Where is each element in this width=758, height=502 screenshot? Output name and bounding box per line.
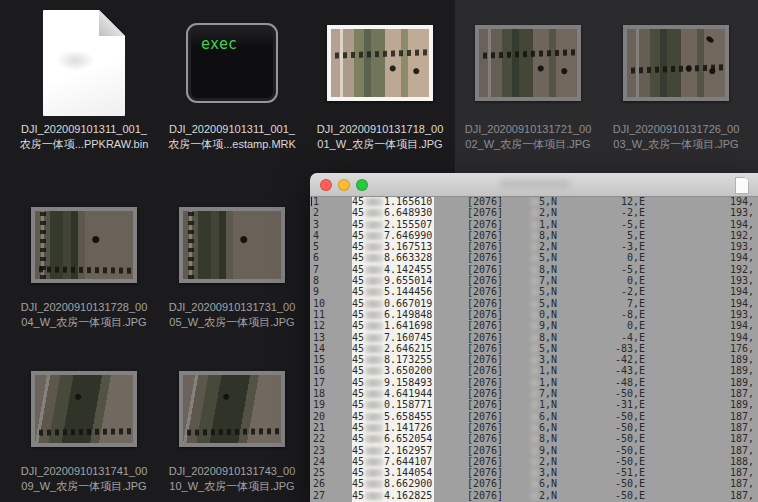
east-offset: -43,E [557, 365, 645, 376]
close-button[interactable] [320, 179, 332, 191]
file-timestamp-mrk[interactable]: execDJI_202009101311_001_农房一体项...estamp.… [157, 6, 307, 152]
gps-time-value: 1.165610 [384, 196, 432, 207]
line-number: 24 [310, 456, 352, 467]
gps-time-prefix: 45 [352, 286, 364, 297]
epoch-bracket: [2076] [434, 354, 503, 365]
north-offset: 1,N [503, 399, 557, 410]
line-number: 12 [310, 320, 352, 331]
file-jpg-0001[interactable]: DJI_20200910131718_0001_W_农房一体项目.JPG [305, 6, 455, 152]
table-row: 15458.173255[2076]3,N-42,E189, [310, 354, 758, 365]
epoch-bracket: [2076] [434, 399, 503, 410]
filename-label[interactable]: DJI_20200910131721_0002_W_农房一体项目.JPG [453, 122, 603, 152]
filename-line: DJI_20200910131728_00 [9, 300, 159, 315]
text-content[interactable]: 1451.165610[2076]5,N12,E194,2456.648930[… [310, 196, 758, 502]
file-ppkraw-bin[interactable]: DJI_202009101311_001_农房一体项...PPKRAW.bin [9, 6, 159, 152]
redacted-blur [365, 480, 383, 488]
filename-label[interactable]: DJI_20200910131741_0009_W_农房一体项目.JPG [9, 464, 159, 494]
filename-label[interactable]: DJI_20200910131731_0005_W_农房一体项目.JPG [157, 300, 307, 330]
redacted-blur [365, 266, 383, 274]
north-offset: 3,N [503, 467, 557, 478]
gps-time-prefix: 45 [352, 354, 364, 365]
filename-label[interactable]: DJI_20200910131743_0010_W_农房一体项目.JPG [157, 464, 307, 494]
gps-time-prefix: 45 [352, 332, 364, 343]
redacted-blur [365, 458, 383, 466]
line-number: 1 [310, 196, 352, 207]
north-offset: 2,N [503, 490, 557, 501]
epoch-bracket: [2076] [434, 478, 503, 489]
file-jpg-0010[interactable]: DJI_20200910131743_0010_W_农房一体项目.JPG [157, 356, 307, 494]
redacted-blur [531, 469, 538, 477]
redacted-blur [365, 413, 383, 421]
north-offset-value: 8,N [539, 230, 557, 241]
table-row: 10450.667019[2076]5,N7,E194, [310, 298, 758, 309]
filename-label[interactable]: DJI_202009101311_001_农房一体项...estamp.MRK [157, 122, 307, 152]
line-number: 18 [310, 388, 352, 399]
gps-time-prefix: 45 [352, 467, 364, 478]
filename-line: DJI_20200910131743_00 [157, 464, 307, 479]
redacted-blur [531, 379, 538, 387]
mrk-text-window[interactable]: 1451.165610[2076]5,N12,E194,2456.648930[… [310, 173, 758, 502]
gps-time-prefix: 45 [352, 365, 364, 376]
filename-line: 03_W_农房一体项目.JPG [601, 137, 751, 152]
gps-time: 453.167513 [352, 241, 434, 252]
zoom-button[interactable] [356, 179, 368, 191]
file-jpg-0009[interactable]: DJI_20200910131741_0009_W_农房一体项目.JPG [9, 356, 159, 494]
epoch-bracket: [2076] [434, 264, 503, 275]
redacted-blur [531, 424, 538, 432]
file-jpg-0004[interactable]: DJI_20200910131728_0004_W_农房一体项目.JPG [9, 192, 159, 330]
epoch-bracket: [2076] [434, 196, 503, 207]
gps-time-prefix: 45 [352, 241, 364, 252]
table-row: 24457.644107[2076]2,N-50,E188, [310, 456, 758, 467]
altitude-value: 194, [645, 332, 754, 343]
thumbnail-image [183, 211, 281, 279]
table-row: 20455.658455[2076]6,N-50,E187, [310, 411, 758, 422]
filename-label[interactable]: DJI_20200910131726_0003_W_农房一体项目.JPG [601, 122, 751, 152]
gps-time-prefix: 45 [352, 478, 364, 489]
photo-thumbnail [623, 25, 729, 101]
east-offset: -50,E [557, 445, 645, 456]
north-offset-value: 5,N [539, 298, 557, 309]
north-offset-value: 9,N [539, 320, 557, 331]
north-offset-value: 3,N [539, 467, 557, 478]
north-offset: 7,N [503, 275, 557, 286]
east-offset: 0,E [557, 252, 645, 263]
epoch-bracket: [2076] [434, 230, 503, 241]
file-jpg-0003[interactable]: DJI_20200910131726_0003_W_农房一体项目.JPG [601, 6, 751, 152]
file-icon-area [9, 356, 159, 462]
file-jpg-0002[interactable]: DJI_20200910131721_0002_W_农房一体项目.JPG [453, 6, 603, 152]
minimize-button[interactable] [338, 179, 350, 191]
gps-time: 458.173255 [352, 354, 434, 365]
gps-time-value: 1.141726 [384, 422, 432, 433]
redacted-blur [531, 480, 538, 488]
redacted-blur [365, 492, 383, 500]
table-row: 12451.641698[2076]9,N0,E194, [310, 320, 758, 331]
gps-time-value: 7.644107 [384, 456, 432, 467]
epoch-bracket: [2076] [434, 388, 503, 399]
file-icon-area [305, 6, 455, 120]
redacted-blur [365, 300, 383, 308]
filename-label[interactable]: DJI_20200910131728_0004_W_农房一体项目.JPG [9, 300, 159, 330]
redacted-blur [531, 311, 538, 319]
proxy-document-icon[interactable] [735, 177, 749, 194]
redacted-blur [531, 367, 538, 375]
filename-label[interactable]: DJI_202009101311_001_农房一体项...PPKRAW.bin [9, 122, 159, 152]
title-bar[interactable] [310, 173, 758, 197]
filename-line: 01_W_农房一体项目.JPG [305, 137, 455, 152]
epoch-bracket: [2076] [434, 309, 503, 320]
filename-label[interactable]: DJI_20200910131718_0001_W_农房一体项目.JPG [305, 122, 455, 152]
table-row: 1451.165610[2076]5,N12,E194, [310, 196, 758, 207]
redacted-blur [365, 288, 383, 296]
line-number: 15 [310, 354, 352, 365]
file-icon-area [157, 356, 307, 462]
table-row: 9455.144456[2076]5,N-2,E194, [310, 286, 758, 297]
filename-line: DJI_202009101311_001_ [157, 122, 307, 137]
redacted-blur [531, 198, 538, 206]
gps-time: 451.141726 [352, 422, 434, 433]
north-offset-value: 1,N [539, 219, 557, 230]
file-jpg-0005[interactable]: DJI_20200910131731_0005_W_农房一体项目.JPG [157, 192, 307, 330]
gps-time-prefix: 45 [352, 490, 364, 501]
table-row: 25453.144054[2076]3,N-51,E187, [310, 467, 758, 478]
gps-time-value: 6.648930 [384, 207, 432, 218]
table-row: 26458.662900[2076]6,N-50,E187, [310, 478, 758, 489]
altitude-value: 187, [645, 467, 754, 478]
